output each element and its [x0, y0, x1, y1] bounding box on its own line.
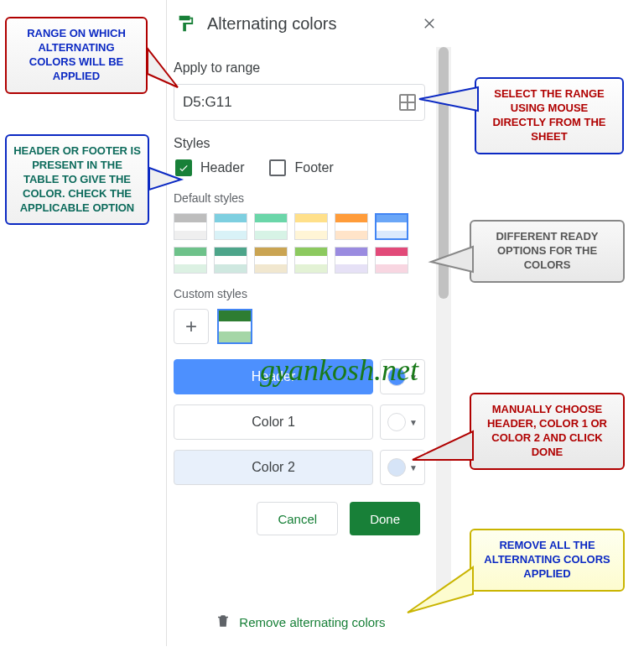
footer-checkbox[interactable] [269, 159, 286, 176]
remove-alternating-link[interactable]: Remove alternating colors [167, 613, 434, 631]
color1-row: Color 1 ▼ [174, 404, 425, 440]
header-color-row: Header ▼ [174, 359, 425, 394]
range-input-box[interactable]: D5:G11 [174, 84, 425, 121]
callout-manual-text: MANUALLY CHOOSE HEADER, COLOR 1 OR COLOR… [487, 403, 607, 458]
svg-marker-5 [408, 567, 473, 613]
custom-style-swatch[interactable] [217, 309, 252, 344]
default-style-swatch[interactable] [214, 213, 247, 240]
color1-dot [387, 413, 406, 431]
color1-label[interactable]: Color 1 [174, 404, 373, 440]
default-style-swatch[interactable] [335, 247, 368, 274]
default-style-swatch[interactable] [254, 213, 288, 240]
apply-range-label: Apply to range [174, 60, 425, 76]
callout-select-text: SELECT THE RANGE USING MOUSE DIRECTLY FR… [492, 87, 605, 143]
default-style-swatch[interactable] [254, 247, 288, 274]
add-custom-style-button[interactable]: + [174, 309, 209, 344]
panel-header: Alternating colors [167, 0, 451, 47]
default-style-swatch[interactable] [375, 247, 408, 274]
callout-remove: REMOVE ALL THE ALTERNATING COLORS APPLIE… [470, 529, 625, 592]
footer-checkbox-label: Footer [294, 160, 333, 175]
header-color-picker[interactable]: ▼ [380, 359, 425, 394]
custom-styles-label: Custom styles [174, 287, 425, 300]
svg-marker-1 [419, 87, 478, 111]
default-style-swatch[interactable] [174, 247, 207, 274]
default-style-swatch[interactable] [214, 247, 247, 274]
trash-icon [216, 613, 231, 631]
callout-range: RANGE ON WHICH ALTERNATING COLORS WILL B… [5, 17, 148, 94]
callout-remove-text: REMOVE ALL THE ALTERNATING COLORS APPLIE… [484, 539, 610, 580]
default-styles-grid [174, 213, 425, 274]
chevron-down-icon: ▼ [409, 373, 418, 382]
default-style-swatch[interactable] [335, 213, 368, 240]
default-style-swatch[interactable] [174, 213, 207, 240]
svg-marker-0 [148, 49, 178, 87]
cancel-button[interactable]: Cancel [257, 502, 338, 535]
footer-checkbox-item[interactable]: Footer [269, 159, 333, 176]
callout-header-footer: HEADER OR FOOTER IS PRESENT IN THE TABLE… [5, 134, 149, 225]
default-style-swatch[interactable] [294, 213, 328, 240]
callout-default-styles: DIFFERENT READY OPTIONS FOR THE COLORS [470, 220, 625, 283]
header-color-label[interactable]: Header [174, 359, 373, 394]
color2-row: Color 2 ▼ [174, 450, 425, 485]
custom-styles-row: + [174, 309, 425, 344]
header-footer-checkrow: Header Footer [174, 159, 425, 176]
header-checkbox-item[interactable]: Header [175, 159, 244, 176]
default-style-swatch[interactable] [375, 213, 408, 240]
close-icon[interactable] [419, 13, 439, 34]
color-config-rows: Header ▼ Color 1 ▼ Color 2 ▼ [174, 359, 425, 485]
panel-body: Apply to range D5:G11 Styles Header Foot… [167, 47, 435, 596]
svg-marker-3 [431, 247, 473, 272]
callout-header-text: HEADER OR FOOTER IS PRESENT IN THE TABLE… [13, 144, 141, 214]
paint-format-icon [175, 13, 195, 34]
remove-alternating-label: Remove alternating colors [239, 615, 385, 629]
panel-scrollbar[interactable]: ▴ ▾ [436, 47, 451, 596]
callout-manual-colors: MANUALLY CHOOSE HEADER, COLOR 1 OR COLOR… [470, 393, 625, 470]
header-color-dot [387, 368, 406, 386]
callout-range-text: RANGE ON WHICH ALTERNATING COLORS WILL B… [27, 27, 126, 82]
select-range-icon[interactable] [399, 94, 416, 111]
action-buttons: Cancel Done [174, 502, 425, 535]
default-style-swatch[interactable] [294, 247, 328, 274]
alternating-colors-panel: Alternating colors Apply to range D5:G11… [166, 0, 451, 646]
done-button[interactable]: Done [350, 502, 420, 535]
panel-title: Alternating colors [207, 14, 419, 34]
default-styles-label: Default styles [174, 191, 425, 205]
range-value: D5:G11 [183, 94, 399, 111]
chevron-down-icon: ▼ [409, 418, 418, 427]
svg-marker-2 [149, 168, 181, 190]
styles-label: Styles [174, 136, 425, 151]
color2-label[interactable]: Color 2 [174, 450, 373, 485]
color2-dot [387, 458, 406, 477]
callout-ready-text: DIFFERENT READY OPTIONS FOR THE COLORS [496, 230, 598, 271]
callout-select-range: SELECT THE RANGE USING MOUSE DIRECTLY FR… [475, 77, 624, 154]
header-checkbox-label: Header [200, 160, 244, 175]
svg-marker-4 [413, 431, 473, 460]
